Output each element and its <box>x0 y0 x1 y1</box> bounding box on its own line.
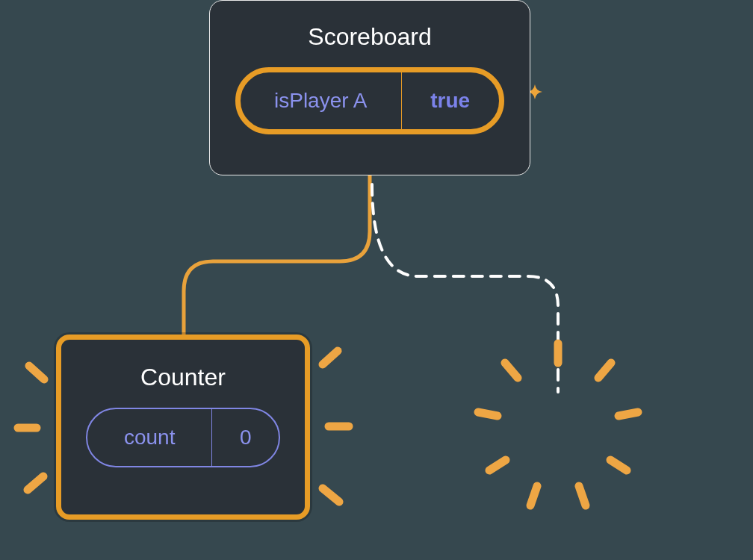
svg-line-9 <box>610 460 627 470</box>
scoreboard-title: Scoreboard <box>308 23 431 51</box>
svg-line-3 <box>323 351 338 364</box>
scoreboard-node: Scoreboard isPlayer A true <box>209 0 530 175</box>
svg-line-5 <box>323 488 339 502</box>
scoreboard-state-pill: isPlayer A true <box>235 67 504 134</box>
svg-line-10 <box>579 486 586 505</box>
counter-state-pill: count 0 <box>86 408 280 467</box>
scoreboard-state-key: isPlayer A <box>241 72 402 129</box>
svg-line-7 <box>598 363 611 378</box>
svg-line-14 <box>505 363 518 378</box>
counter-state-key: count <box>87 409 212 466</box>
counter-title: Counter <box>140 364 226 391</box>
svg-line-2 <box>28 476 43 490</box>
svg-line-11 <box>530 486 537 505</box>
svg-line-8 <box>619 412 638 416</box>
scoreboard-state-value: true <box>402 72 499 129</box>
counter-node: Counter count 0 <box>56 335 310 520</box>
counter-state-value: 0 <box>212 409 279 466</box>
svg-line-12 <box>489 460 506 470</box>
svg-line-13 <box>478 412 498 416</box>
burst-rays-right <box>478 343 638 505</box>
svg-line-0 <box>29 366 44 379</box>
